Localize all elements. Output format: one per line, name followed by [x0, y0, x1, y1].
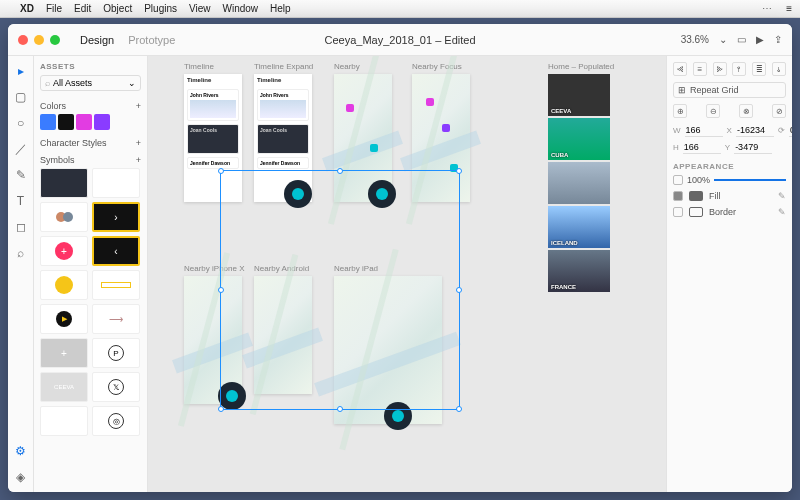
pen-tool-icon[interactable]: ✎: [12, 166, 30, 184]
timeline-card: John Rivers: [187, 89, 239, 121]
x-input[interactable]: [736, 124, 774, 137]
text-tool-icon[interactable]: T: [12, 192, 30, 210]
color-swatch[interactable]: [76, 114, 92, 130]
ellipse-tool-icon[interactable]: ○: [12, 114, 30, 132]
design-canvas[interactable]: Timeline Timeline John Rivers Joan Cools…: [148, 56, 666, 492]
symbol-item[interactable]: [40, 202, 88, 232]
device-preview-icon[interactable]: ▭: [737, 34, 746, 45]
charstyles-section-header[interactable]: Character Styles +: [40, 138, 141, 148]
app-name[interactable]: XD: [20, 3, 34, 14]
resize-handle[interactable]: [218, 168, 224, 174]
plugins-icon[interactable]: ⚙: [12, 442, 30, 460]
repeat-grid-button[interactable]: ⊞ Repeat Grid: [673, 82, 786, 98]
menu-edit[interactable]: Edit: [74, 3, 91, 14]
symbol-item[interactable]: +: [40, 338, 88, 368]
layers-icon[interactable]: ◈: [12, 468, 30, 486]
menu-object[interactable]: Object: [103, 3, 132, 14]
line-tool-icon[interactable]: ／: [12, 140, 30, 158]
color-swatch[interactable]: [40, 114, 56, 130]
close-icon[interactable]: [18, 35, 28, 45]
align-top-icon[interactable]: ⫯: [732, 62, 746, 76]
eyedropper-icon[interactable]: ✎: [778, 207, 786, 217]
resize-handle[interactable]: [218, 287, 224, 293]
mode-design[interactable]: Design: [80, 34, 114, 46]
add-charstyle-icon[interactable]: +: [136, 138, 141, 148]
symbol-item[interactable]: ›: [92, 202, 140, 232]
menu-plugins[interactable]: Plugins: [144, 3, 177, 14]
color-swatch[interactable]: [94, 114, 110, 130]
macos-menubar: XD File Edit Object Plugins View Window …: [0, 0, 800, 18]
artboard-tool-icon[interactable]: ◻: [12, 218, 30, 236]
boolean-add-icon[interactable]: ⊕: [673, 104, 687, 118]
menubar-extras-icon[interactable]: ⋯: [762, 3, 774, 14]
symbol-item[interactable]: 𝕏: [92, 372, 140, 402]
rectangle-tool-icon[interactable]: ▢: [12, 88, 30, 106]
share-icon[interactable]: ⇪: [774, 34, 782, 45]
resize-handle[interactable]: [456, 287, 462, 293]
symbol-item[interactable]: ‹: [92, 236, 140, 266]
appearance-header: APPEARANCE: [673, 162, 786, 171]
menu-help[interactable]: Help: [270, 3, 291, 14]
window-controls: [18, 35, 60, 45]
select-tool-icon[interactable]: ▸: [12, 62, 30, 80]
fill-checkbox[interactable]: [673, 191, 683, 201]
align-left-icon[interactable]: ⫷: [673, 62, 687, 76]
map-pin-icon: [442, 124, 450, 132]
minimize-icon[interactable]: [34, 35, 44, 45]
zoom-tool-icon[interactable]: ⌕: [12, 244, 30, 262]
zoom-level[interactable]: 33.6%: [681, 34, 709, 45]
resize-handle[interactable]: [337, 406, 343, 412]
boolean-exclude-icon[interactable]: ⊘: [772, 104, 786, 118]
menubar-list-icon[interactable]: ≡: [786, 3, 792, 14]
selection-box[interactable]: [220, 170, 460, 410]
color-swatch[interactable]: [58, 114, 74, 130]
align-bottom-icon[interactable]: ⫰: [772, 62, 786, 76]
assets-filter-dropdown[interactable]: ⌕ All Assets ⌄: [40, 75, 141, 91]
opacity-control[interactable]: 100%: [673, 175, 786, 185]
resize-handle[interactable]: [337, 168, 343, 174]
symbol-item[interactable]: +: [40, 236, 88, 266]
menu-file[interactable]: File: [46, 3, 62, 14]
boolean-intersect-icon[interactable]: ⊗: [739, 104, 753, 118]
add-color-icon[interactable]: +: [136, 101, 141, 111]
symbol-item[interactable]: [40, 168, 88, 198]
symbol-item[interactable]: ⟶: [92, 304, 140, 334]
resize-handle[interactable]: [456, 406, 462, 412]
rotation-input[interactable]: [789, 124, 792, 137]
border-checkbox[interactable]: [673, 207, 683, 217]
boolean-ops: ⊕ ⊖ ⊗ ⊘: [673, 104, 786, 118]
symbol-item[interactable]: CEEVA: [40, 372, 88, 402]
symbol-item[interactable]: ◎: [92, 406, 140, 436]
symbol-item[interactable]: P: [92, 338, 140, 368]
artboard-home-populated[interactable]: Home – Populated CEEVA CUBA ICELAND FRAN…: [548, 74, 610, 294]
align-right-icon[interactable]: ⫸: [713, 62, 727, 76]
opacity-slider[interactable]: [714, 179, 786, 181]
menu-window[interactable]: Window: [222, 3, 258, 14]
eyedropper-icon[interactable]: ✎: [778, 191, 786, 201]
symbol-item[interactable]: [92, 270, 140, 300]
border-swatch[interactable]: [689, 207, 703, 217]
symbols-section-header[interactable]: Symbols +: [40, 155, 141, 165]
symbol-item[interactable]: [40, 406, 88, 436]
tool-strip: ▸ ▢ ○ ／ ✎ T ◻ ⌕ ⚙ ◈: [8, 56, 34, 492]
add-symbol-icon[interactable]: +: [136, 155, 141, 165]
height-input[interactable]: [683, 141, 721, 154]
colors-section-header[interactable]: Colors +: [40, 101, 141, 111]
symbol-item[interactable]: [40, 270, 88, 300]
symbol-item[interactable]: ▶: [40, 304, 88, 334]
mode-prototype[interactable]: Prototype: [128, 34, 175, 46]
timeline-card: Jennifer Dawson: [257, 157, 309, 169]
align-center-h-icon[interactable]: ≡: [693, 62, 707, 76]
width-input[interactable]: [685, 124, 723, 137]
boolean-subtract-icon[interactable]: ⊖: [706, 104, 720, 118]
resize-handle[interactable]: [218, 406, 224, 412]
align-middle-v-icon[interactable]: ≣: [752, 62, 766, 76]
y-input[interactable]: [734, 141, 772, 154]
resize-handle[interactable]: [456, 168, 462, 174]
fill-swatch[interactable]: [689, 191, 703, 201]
chevron-down-icon[interactable]: ⌄: [719, 34, 727, 45]
menu-view[interactable]: View: [189, 3, 211, 14]
play-icon[interactable]: ▶: [756, 34, 764, 45]
fullscreen-icon[interactable]: [50, 35, 60, 45]
symbol-item[interactable]: [92, 168, 140, 198]
